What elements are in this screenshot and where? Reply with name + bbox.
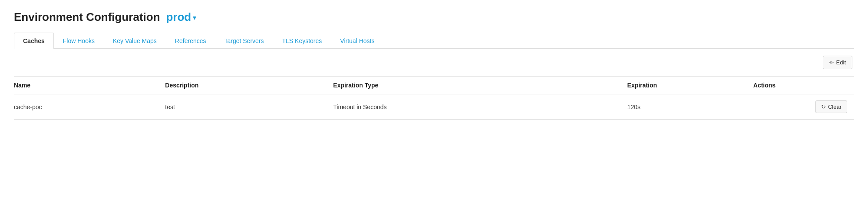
cell-expiration-type: Timeout in Seconds xyxy=(333,94,627,120)
cell-actions: ↻ Clear xyxy=(753,94,854,120)
env-name: prod xyxy=(166,10,191,24)
env-selector[interactable]: prod ▾ xyxy=(166,10,196,24)
chevron-down-icon: ▾ xyxy=(193,13,196,22)
clear-button[interactable]: ↻ Clear xyxy=(815,100,847,113)
caches-table: Name Description Expiration Type Expirat… xyxy=(14,76,854,120)
edit-button[interactable]: ✏ Edit xyxy=(823,56,852,69)
col-header-name: Name xyxy=(14,77,165,94)
tab-references[interactable]: References xyxy=(166,33,215,49)
page-title: Environment Configuration xyxy=(14,10,160,24)
tab-caches[interactable]: Caches xyxy=(14,33,54,49)
tab-key-value-maps[interactable]: Key Value Maps xyxy=(104,33,166,49)
cell-name: cache-poc xyxy=(14,94,165,120)
table-header-row: Name Description Expiration Type Expirat… xyxy=(14,77,854,94)
col-header-expiration-type: Expiration Type xyxy=(333,77,627,94)
toolbar: ✏ Edit xyxy=(14,56,854,69)
col-header-actions: Actions xyxy=(753,77,854,94)
page-container: Environment Configuration prod ▾ Caches … xyxy=(0,0,868,224)
tabs-container: Caches Flow Hooks Key Value Maps Referen… xyxy=(14,33,854,49)
table-row: cache-poc test Timeout in Seconds 120s ↻… xyxy=(14,94,854,120)
refresh-icon: ↻ xyxy=(821,104,826,110)
cell-expiration: 120s xyxy=(627,94,753,120)
col-header-expiration: Expiration xyxy=(627,77,753,94)
col-header-description: Description xyxy=(165,77,333,94)
content-area: ✏ Edit Name Description Expiration Type xyxy=(14,49,854,120)
page-header: Environment Configuration prod ▾ xyxy=(14,10,854,24)
tab-virtual-hosts[interactable]: Virtual Hosts xyxy=(331,33,383,49)
cell-description: test xyxy=(165,94,333,120)
tab-target-servers[interactable]: Target Servers xyxy=(215,33,273,49)
pencil-icon: ✏ xyxy=(829,60,834,66)
tab-flow-hooks[interactable]: Flow Hooks xyxy=(54,33,104,49)
tab-tls-keystores[interactable]: TLS Keystores xyxy=(273,33,331,49)
